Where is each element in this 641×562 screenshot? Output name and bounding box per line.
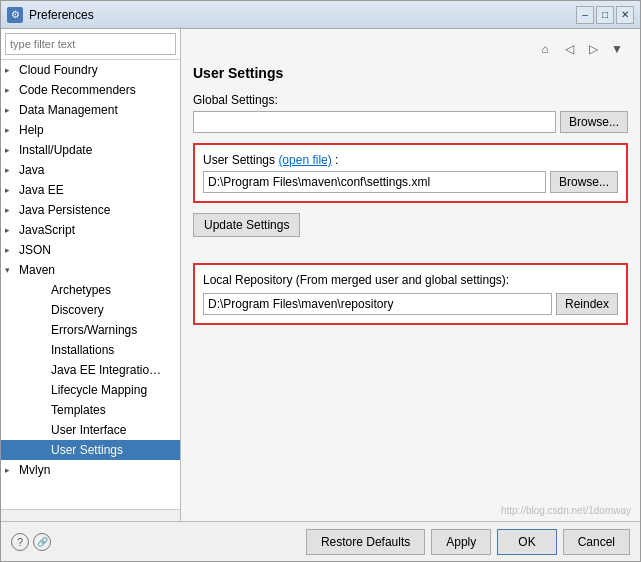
sidebar-item-label: Discovery bbox=[49, 303, 104, 317]
ok-button[interactable]: OK bbox=[497, 529, 556, 555]
help-icons: ? 🔗 bbox=[11, 533, 51, 551]
global-settings-label: Global Settings: bbox=[193, 93, 628, 107]
global-settings-browse-button[interactable]: Browse... bbox=[560, 111, 628, 133]
sidebar-item-label: Data Management bbox=[17, 103, 118, 117]
sidebar-item-archetypes[interactable]: Archetypes bbox=[1, 280, 180, 300]
apply-button[interactable]: Apply bbox=[431, 529, 491, 555]
panel-title: User Settings bbox=[193, 65, 628, 81]
nav-dropdown-button[interactable]: ▼ bbox=[606, 39, 628, 59]
nav-home-button[interactable]: ⌂ bbox=[534, 39, 556, 59]
nav-arrows: ⌂ ◁ ▷ ▼ bbox=[534, 39, 628, 59]
preferences-window: ⚙ Preferences – □ ✕ ▸Cloud Foundry▸Code … bbox=[0, 0, 641, 562]
help-link-button[interactable]: 🔗 bbox=[33, 533, 51, 551]
sidebar-item-label: User Interface bbox=[49, 423, 126, 437]
sidebar-item-label: Lifecycle Mapping bbox=[49, 383, 147, 397]
sidebar-item-label: Maven bbox=[17, 263, 55, 277]
update-settings-container: Update Settings bbox=[193, 213, 628, 251]
window-title: Preferences bbox=[29, 8, 576, 22]
reindex-row: Reindex bbox=[203, 293, 618, 315]
main-content: ▸Cloud Foundry▸Code Recommenders▸Data Ma… bbox=[1, 29, 640, 521]
tree-arrow: ▸ bbox=[5, 185, 17, 195]
tree-arrow: ▸ bbox=[5, 465, 17, 475]
sidebar-item-java-persistence[interactable]: ▸Java Persistence bbox=[1, 200, 180, 220]
sidebar-item-install-update[interactable]: ▸Install/Update bbox=[1, 140, 180, 160]
sidebar-item-maven[interactable]: ▾Maven bbox=[1, 260, 180, 280]
user-settings-browse-button[interactable]: Browse... bbox=[550, 171, 618, 193]
sidebar-item-label: User Settings bbox=[49, 443, 123, 457]
tree-container[interactable]: ▸Cloud Foundry▸Code Recommenders▸Data Ma… bbox=[1, 60, 180, 509]
restore-defaults-button[interactable]: Restore Defaults bbox=[306, 529, 425, 555]
sidebar-item-user-settings[interactable]: User Settings bbox=[1, 440, 180, 460]
sidebar-item-label: Installations bbox=[49, 343, 114, 357]
local-repo-label: Local Repository (From merged user and g… bbox=[203, 273, 618, 287]
local-repo-input[interactable] bbox=[203, 293, 552, 315]
close-button[interactable]: ✕ bbox=[616, 6, 634, 24]
sidebar-item-discovery[interactable]: Discovery bbox=[1, 300, 180, 320]
sidebar-item-label: Mvlyn bbox=[17, 463, 50, 477]
sidebar-item-installations[interactable]: Installations bbox=[1, 340, 180, 360]
sidebar-item-label: Help bbox=[17, 123, 44, 137]
search-input[interactable] bbox=[5, 33, 176, 55]
sidebar-item-label: Templates bbox=[49, 403, 106, 417]
sidebar-item-java[interactable]: ▸Java bbox=[1, 160, 180, 180]
sidebar-item-label: Java Persistence bbox=[17, 203, 110, 217]
bottom-bar: ? 🔗 Restore Defaults Apply OK Cancel bbox=[1, 521, 640, 561]
user-settings-input[interactable] bbox=[203, 171, 546, 193]
tree-arrow: ▸ bbox=[5, 105, 17, 115]
sidebar-item-data-management[interactable]: ▸Data Management bbox=[1, 100, 180, 120]
sidebar: ▸Cloud Foundry▸Code Recommenders▸Data Ma… bbox=[1, 29, 181, 521]
window-icon: ⚙ bbox=[7, 7, 23, 23]
sidebar-item-cloud-foundry[interactable]: ▸Cloud Foundry bbox=[1, 60, 180, 80]
sidebar-item-help[interactable]: ▸Help bbox=[1, 120, 180, 140]
sidebar-item-label: Cloud Foundry bbox=[17, 63, 98, 77]
sidebar-item-code-recommenders[interactable]: ▸Code Recommenders bbox=[1, 80, 180, 100]
tree-arrow: ▸ bbox=[5, 125, 17, 135]
right-panel: ⌂ ◁ ▷ ▼ User Settings Global Settings: B… bbox=[181, 29, 640, 521]
title-bar-buttons: – □ ✕ bbox=[576, 6, 634, 24]
sidebar-item-lifecycle-mapping[interactable]: Lifecycle Mapping bbox=[1, 380, 180, 400]
sidebar-item-java-ee-integration[interactable]: Java EE Integratio… bbox=[1, 360, 180, 380]
tree-arrow: ▸ bbox=[5, 245, 17, 255]
sidebar-item-label: Code Recommenders bbox=[17, 83, 136, 97]
sidebar-item-label: JavaScript bbox=[17, 223, 75, 237]
sidebar-item-label: JSON bbox=[17, 243, 51, 257]
sidebar-item-mvlyn[interactable]: ▸Mvlyn bbox=[1, 460, 180, 480]
sidebar-item-javascript[interactable]: ▸JavaScript bbox=[1, 220, 180, 240]
tree-arrow: ▸ bbox=[5, 145, 17, 155]
sidebar-scroll-horizontal bbox=[1, 509, 180, 521]
tree-arrow: ▸ bbox=[5, 65, 17, 75]
sidebar-item-label: Java EE bbox=[17, 183, 64, 197]
user-settings-section: User Settings (open file) : Browse... bbox=[193, 143, 628, 203]
tree-arrow: ▸ bbox=[5, 225, 17, 235]
tree-arrow: ▸ bbox=[5, 205, 17, 215]
update-settings-button[interactable]: Update Settings bbox=[193, 213, 300, 237]
tree-arrow: ▸ bbox=[5, 85, 17, 95]
tree-arrow: ▾ bbox=[5, 265, 17, 275]
open-file-link[interactable]: (open file) bbox=[278, 153, 331, 167]
cancel-button[interactable]: Cancel bbox=[563, 529, 630, 555]
reindex-button[interactable]: Reindex bbox=[556, 293, 618, 315]
tree-arrow: ▸ bbox=[5, 165, 17, 175]
sidebar-item-label: Java bbox=[17, 163, 44, 177]
minimize-button[interactable]: – bbox=[576, 6, 594, 24]
global-settings-input[interactable] bbox=[193, 111, 556, 133]
sidebar-item-label: Archetypes bbox=[49, 283, 111, 297]
sidebar-item-templates[interactable]: Templates bbox=[1, 400, 180, 420]
nav-forward-button[interactable]: ▷ bbox=[582, 39, 604, 59]
sidebar-item-java-ee[interactable]: ▸Java EE bbox=[1, 180, 180, 200]
sidebar-item-label: Java EE Integratio… bbox=[49, 363, 161, 377]
help-button[interactable]: ? bbox=[11, 533, 29, 551]
sidebar-item-label: Errors/Warnings bbox=[49, 323, 137, 337]
global-settings-row: Browse... bbox=[193, 111, 628, 133]
sidebar-item-user-interface[interactable]: User Interface bbox=[1, 420, 180, 440]
user-settings-row: Browse... bbox=[203, 171, 618, 193]
sidebar-item-label: Install/Update bbox=[17, 143, 92, 157]
user-settings-label: User Settings (open file) : bbox=[203, 153, 618, 167]
sidebar-item-json[interactable]: ▸JSON bbox=[1, 240, 180, 260]
sidebar-item-errors-warnings[interactable]: Errors/Warnings bbox=[1, 320, 180, 340]
search-box bbox=[1, 29, 180, 60]
nav-back-button[interactable]: ◁ bbox=[558, 39, 580, 59]
title-bar: ⚙ Preferences – □ ✕ bbox=[1, 1, 640, 29]
maximize-button[interactable]: □ bbox=[596, 6, 614, 24]
nav-bar: ⌂ ◁ ▷ ▼ bbox=[193, 39, 628, 59]
